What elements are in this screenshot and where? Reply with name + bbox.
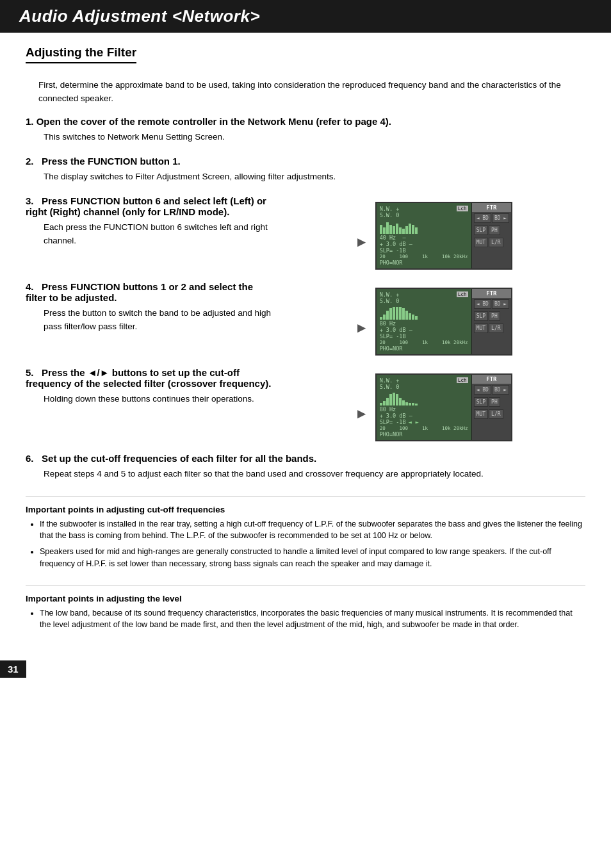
step-3-heading: Press FUNCTION button 6 and select left … <box>26 195 266 217</box>
lcd3-pho: PHO=NOR <box>380 431 468 438</box>
step-4-body: Press the button to switch the band to b… <box>26 307 275 334</box>
lcd3-c3 <box>386 398 389 405</box>
page-header: Audio Adjustment <Network> <box>0 0 611 33</box>
lcd2-nw: N.W. + <box>380 291 400 298</box>
lcd2-c2 <box>383 315 386 320</box>
lcd2-lr-btn: L/R <box>489 323 503 333</box>
step-3-body: Each press the FUNCTION button 6 switche… <box>26 221 275 248</box>
lcd1-ph-btn: PH <box>489 225 500 235</box>
arrow-icon-3: ► <box>355 234 369 250</box>
lcd3-c5 <box>393 393 395 405</box>
step-6-body: Repeat steps 4 and 5 to adjust each filt… <box>26 468 585 481</box>
lcd3-c7 <box>399 398 402 405</box>
cutoff-item-2: Speakers used for mid and high-ranges ar… <box>40 546 585 570</box>
step-6-heading: Set up the cut-off frequencies of each f… <box>42 453 316 464</box>
lcd1-lch: Lch <box>457 206 468 211</box>
lcd3-hz: 80 Hz <box>380 406 468 413</box>
page-title: Audio Adjustment <Network> <box>19 6 598 26</box>
lcd1-hz: 40 Hz — <box>380 234 468 241</box>
important-level-title: Important points in adjusting the level <box>26 594 585 603</box>
section-title: Adjusting the Filter <box>26 45 136 63</box>
step-5-heading: Press the ◄/► buttons to set up the cut-… <box>26 367 271 389</box>
lcd1-db: + 3.0 dB — <box>380 241 468 247</box>
lcd3-mut-btn: MUT <box>474 409 488 419</box>
lcd3-nw: N.W. + <box>380 377 400 384</box>
lcd2-c9 <box>405 311 408 320</box>
lcd2-hz: 80 Hz <box>380 320 468 327</box>
lcd1-bd-left: ◄ BD <box>474 213 491 223</box>
lcd2-c3 <box>386 311 389 320</box>
step-2: 2. Press the FUNCTION button 1. The disp… <box>26 156 585 184</box>
lcd3-db: + 3.0 dB — <box>380 413 468 419</box>
step-4-heading: Press FUNCTION buttons 1 or 2 and select… <box>26 281 253 303</box>
intro-text: First, determine the approximate band to… <box>26 79 585 106</box>
lcd1-freq: 201001k10k 20kHz <box>380 254 468 259</box>
important-cutoff: Important points in adjusting cut-off fr… <box>26 496 585 570</box>
lcd1-bar2 <box>383 227 386 234</box>
lcd3-sw: S.W. 0 <box>380 384 468 390</box>
lcd3-c6 <box>396 394 398 405</box>
step-1-num: 1. <box>26 116 34 127</box>
step-2-num: 2. <box>26 156 34 167</box>
lcd1-sw: S.W. 0 <box>380 212 468 218</box>
lcd3-ftr: FTR <box>472 375 512 384</box>
lcd3-c12 <box>415 404 418 405</box>
lcd1-mut-btn: MUT <box>474 238 488 247</box>
lcd2-ftr: FTR <box>472 289 512 298</box>
lcd2-c7 <box>399 307 402 320</box>
step-1-body: This switches to Network Menu Setting Sc… <box>26 131 585 144</box>
lcd1-slp-btn: SLP <box>474 225 488 235</box>
lcd1-bar12 <box>415 227 418 234</box>
cutoff-list: If the subwoofer is installed in the rea… <box>26 518 585 570</box>
lcd1-bar9 <box>405 226 408 234</box>
step-4-num: 4. <box>26 281 34 292</box>
lcd3-slp: SLP= -1B <box>380 419 406 425</box>
lcd2-bd-right: BD ► <box>492 299 509 309</box>
step-5-body: Holding down these buttons continues the… <box>26 393 275 406</box>
step-2-body: The display switches to Filter Adjustmen… <box>26 170 585 184</box>
lcd1-bar5 <box>393 226 395 234</box>
lcd1-lr-btn: L/R <box>489 238 503 247</box>
step-1-heading: Open the cover of the remote controller … <box>37 116 391 127</box>
step-3-num: 3. <box>26 195 34 206</box>
arrow-icon-4: ► <box>355 320 369 336</box>
lcd1-bar6 <box>396 224 398 234</box>
level-item-1: The low band, because of its sound frequ… <box>40 607 585 632</box>
lcd2-c4 <box>389 308 392 320</box>
lcd2-slp: SLP= -1B <box>380 333 468 340</box>
important-level: Important points in adjusting the level … <box>26 585 585 632</box>
lcd2-c11 <box>412 315 414 320</box>
lcd3-lch: Lch <box>457 377 468 383</box>
lcd2-c5 <box>393 307 395 320</box>
lcd1-bar11 <box>412 225 414 234</box>
lcd3-bd-right: BD ► <box>492 385 509 395</box>
step-5-num: 5. <box>26 367 34 378</box>
lcd3-slp-btn: SLP <box>474 397 488 407</box>
step-1: 1. Open the cover of the remote controll… <box>26 116 585 144</box>
lcd2-c1 <box>380 317 382 320</box>
arrow-icon-5: ► <box>355 405 369 422</box>
lcd2-pho: PHO=NOR <box>380 345 468 352</box>
lcd1-bd-right: BD ► <box>492 213 509 223</box>
lcd1-bar7 <box>399 227 402 234</box>
lcd2-c6 <box>396 307 398 320</box>
lcd3-c8 <box>402 400 405 405</box>
lcd3-c1 <box>380 403 382 405</box>
lcd3-c4 <box>389 394 392 405</box>
lcd2-c10 <box>409 313 411 320</box>
lcd1-nw: N.W. + <box>380 206 400 212</box>
lcd3-c9 <box>405 402 408 405</box>
step-3-container: 3. Press FUNCTION button 6 and select le… <box>26 195 585 270</box>
lcd3-arrows: ◄ ► <box>409 419 419 425</box>
lcd2-bd-left: ◄ BD <box>474 299 491 309</box>
level-list: The low band, because of its sound frequ… <box>26 607 585 632</box>
lcd2-c12 <box>415 316 418 320</box>
lcd1-bar1 <box>380 225 382 234</box>
lcd1-ftr: FTR <box>472 203 512 212</box>
page-number: 31 <box>0 660 26 678</box>
step-6: 6. Set up the cut-off frequencies of eac… <box>26 453 585 481</box>
lcd2-lch: Lch <box>457 291 468 297</box>
lcd1-bar10 <box>409 224 411 234</box>
step-2-heading: Press the FUNCTION button 1. <box>42 156 181 167</box>
lcd3-c11 <box>412 403 414 405</box>
